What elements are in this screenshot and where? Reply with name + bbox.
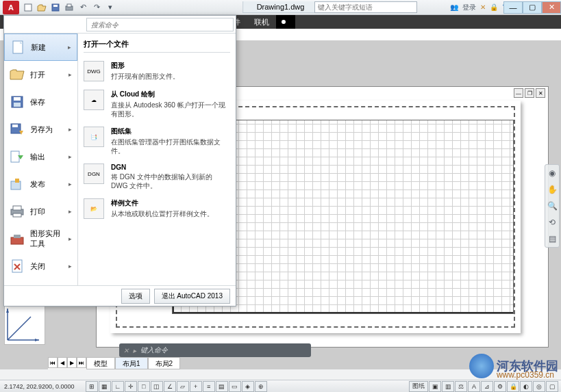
menu-item-save[interactable]: 保存 [4,88,77,116]
login-label: 登录 [462,3,476,12]
svg-point-6 [282,20,286,24]
cmdline-chevron-icon[interactable]: ▸ [133,347,136,354]
nav-zoom-icon[interactable]: 🔍 [545,198,559,214]
minimize-button[interactable]: — [503,1,523,14]
osnap-toggle-icon[interactable]: □ [138,381,150,392]
menu-item-publish[interactable]: 发布 ▸ [4,170,77,198]
cmdline-placeholder: 键入命令 [140,345,168,355]
dyn-toggle-icon[interactable]: + [190,381,202,392]
tab-first-icon[interactable]: ⏮ [48,357,58,368]
detail-item-sheetset[interactable]: 📑 图纸集在图纸集管理器中打开图纸集数据文件。 [84,122,230,159]
status-scale-icon[interactable]: ⚖ [455,381,467,392]
menu-item-print[interactable]: 打印 ▸ [4,198,77,225]
layout-tabs: ⏮ ◀ ▶ ⏭ 模型 布局1 布局2 [48,357,180,369]
open-folder-icon [10,67,25,82]
maximize-button[interactable]: ▢ [523,1,542,14]
svg-rect-13 [11,151,19,162]
export-icon [10,149,25,164]
watermark-url: www.pc0359.cn [497,370,554,380]
status-annovis-icon[interactable]: ⊿ [481,381,493,392]
help-search-input[interactable] [314,1,417,13]
nav-pan-icon[interactable]: ✋ [545,181,559,198]
menu-sidebar: 新建 ▸ 打开 ▸ 保存 另存为 ▸ 输出 ▸ [4,34,78,285]
status-annoscale-icon[interactable]: А [468,381,480,392]
menu-item-open[interactable]: 打开 ▸ [4,61,77,88]
redo-icon[interactable]: ↷ [90,1,103,14]
menu-item-saveas[interactable]: 另存为 ▸ [4,116,77,143]
nav-wheel-icon[interactable]: ◉ [545,165,559,181]
doc-close-icon[interactable]: ✕ [536,88,545,98]
menu-search-input[interactable] [86,18,234,31]
menu-item-new[interactable]: 新建 ▸ [4,34,77,61]
login-area[interactable]: 👥 登录 ✕ 🔒 ? [450,3,506,12]
user-icon: 👥 [450,3,458,11]
layout-tab-1[interactable]: 布局1 [115,357,148,369]
menu-item-label: 打开 [30,70,45,80]
lwt-toggle-icon[interactable]: ≡ [203,381,215,392]
chevron-right-icon: ▸ [68,208,72,215]
cmdline-close-icon[interactable]: ✕ [123,347,129,354]
chevron-right-icon: ▸ [68,153,72,160]
exchange-icon[interactable]: ✕ [480,3,486,11]
options-button[interactable]: 选项 [121,289,150,304]
infocenter-icon[interactable]: 🔒 [490,3,498,11]
save-icon[interactable] [49,1,62,14]
paper-model-toggle[interactable]: 图纸 [409,381,428,392]
detail-item-dgn[interactable]: DGN DGN将 DGN 文件中的数据输入到新的 DWG 文件中。 [84,159,230,194]
exit-button[interactable]: 退出 AutoCAD 2013 [154,289,231,304]
am-toggle-icon[interactable]: ⊕ [255,381,267,392]
detail-item-sample[interactable]: 📂 样例文件从本地或联机位置打开样例文件。 [84,194,230,223]
ribbon-tab-online[interactable]: 联机 [247,15,276,29]
status-layout-icon[interactable]: ▣ [429,381,441,392]
tpy-toggle-icon[interactable]: ▤ [216,381,228,392]
menu-item-label: 发布 [30,179,45,190]
polar-toggle-icon[interactable]: ✛ [125,381,137,392]
coordinate-display[interactable]: 2.1742, 202.9200, 0.0000 [0,383,79,390]
grid-toggle-icon[interactable]: ▦ [99,381,111,392]
ortho-toggle-icon[interactable]: ∟ [112,381,124,392]
express-tools-button[interactable] [276,15,295,29]
doc-minimize-icon[interactable]: — [514,88,523,98]
status-quickview-icon[interactable]: ▥ [442,381,454,392]
qa-dropdown-icon[interactable]: ▾ [104,1,116,14]
sc-toggle-icon[interactable]: ◈ [242,381,254,392]
detail-item-drawing[interactable]: DWG 图形打开现有的图形文件。 [84,57,230,86]
tab-prev-icon[interactable]: ◀ [58,357,67,368]
menu-item-label: 输出 [30,152,45,162]
snap-toggle-icon[interactable]: ⊞ [86,381,98,392]
otrack-toggle-icon[interactable]: ∠ [164,381,176,392]
menu-item-close[interactable]: 关闭 ▸ [4,252,77,280]
new-file-icon [10,40,25,55]
open-icon[interactable] [36,1,48,14]
status-clean-icon[interactable]: ▢ [546,381,558,392]
layout-tab-model[interactable]: 模型 [86,357,115,369]
nav-orbit-icon[interactable]: ⟲ [545,214,559,231]
status-hardware-icon[interactable]: ◐ [520,381,532,392]
nav-showmotion-icon[interactable]: ▤ [545,231,559,247]
3dosnap-toggle-icon[interactable]: ◫ [151,381,163,392]
svg-rect-10 [14,103,21,107]
tab-next-icon[interactable]: ▶ [67,357,77,368]
publish-icon [10,177,25,192]
command-line[interactable]: ✕ ▸ 键入命令 [119,343,311,357]
tab-last-icon[interactable]: ⏭ [77,357,86,368]
close-button[interactable]: ✕ [542,1,561,14]
menu-item-utilities[interactable]: 图形实用工具 ▸ [4,225,77,252]
app-logo-icon[interactable]: A [3,1,19,14]
layout-tab-2[interactable]: 布局2 [148,357,181,369]
status-lock-icon[interactable]: 🔒 [507,381,519,392]
title-bar: A ↶ ↷ ▾ Drawing1.dwg 👥 登录 ✕ 🔒 ? — ▢ ✕ [0,0,561,15]
window-controls: — ▢ ✕ [503,1,561,14]
detail-item-cloud[interactable]: ☁ 从 Cloud 绘制直接从 Autodesk 360 帐户打开一个现有图形。 [84,86,230,122]
undo-icon[interactable]: ↶ [77,1,89,14]
ducs-toggle-icon[interactable]: ▱ [177,381,189,392]
qp-toggle-icon[interactable]: ▭ [229,381,241,392]
status-ws-icon[interactable]: ⚙ [494,381,506,392]
print-icon[interactable] [63,1,75,14]
detail-desc: 从本地或联机位置打开样例文件。 [111,209,214,218]
menu-item-export[interactable]: 输出 ▸ [4,143,77,170]
chevron-right-icon: ▸ [68,126,72,133]
doc-restore-icon[interactable]: ❐ [525,88,534,98]
status-isolate-icon[interactable]: ◎ [533,381,545,392]
new-icon[interactable] [22,1,34,14]
